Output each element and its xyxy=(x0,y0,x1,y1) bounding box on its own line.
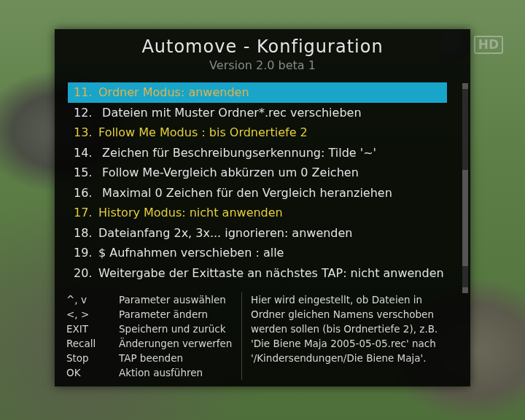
help-description: Hier wird eingestellt, ob Dateien in Ord… xyxy=(246,290,463,382)
scroll-down-icon[interactable] xyxy=(462,287,468,293)
help-footer: ^, v<, >EXITRecallStopOK Parameter auswä… xyxy=(62,290,463,382)
help-action: Parameter ändern xyxy=(119,307,233,322)
help-key: Recall xyxy=(66,336,110,351)
footer-divider xyxy=(241,292,242,380)
help-key: OK xyxy=(66,365,110,380)
item-label: History Modus: nicht anwenden xyxy=(98,206,283,219)
item-number: 16. xyxy=(74,183,98,203)
config-list[interactable]: 11.Ordner Modus: anwenden12. Dateien mit… xyxy=(68,82,447,283)
help-key: EXIT xyxy=(66,322,110,336)
item-label: Weitergabe der Exittaste an nächstes TAP… xyxy=(98,266,444,280)
item-label: Dateien mit Muster Ordner*.rec verschieb… xyxy=(98,106,362,120)
help-key: Stop xyxy=(66,351,110,365)
config-panel: Automove - Konfiguration Version 2.0 bet… xyxy=(55,29,470,386)
list-item[interactable]: 12. Dateien mit Muster Ordner*.rec versc… xyxy=(68,103,447,123)
scroll-up-icon[interactable] xyxy=(462,83,468,89)
panel-subtitle: Version 2.0 beta 1 xyxy=(55,58,470,72)
help-action: Parameter auswählen xyxy=(119,292,233,307)
list-item[interactable]: 11.Ordner Modus: anwenden xyxy=(68,82,447,103)
item-label: Ordner Modus: anwenden xyxy=(98,85,249,99)
list-item[interactable]: 19.$ Aufnahmen verschieben : alle xyxy=(68,243,447,263)
help-key: ^, v xyxy=(66,292,110,307)
item-number: 15. xyxy=(74,163,98,183)
list-item[interactable]: 18.Dateianfang 2x, 3x... ignorieren: anw… xyxy=(68,223,447,244)
help-action: TAP beenden xyxy=(119,351,233,365)
item-number: 19. xyxy=(74,243,98,263)
list-item[interactable]: 13.Follow Me Modus : bis Ordnertiefe 2 xyxy=(68,122,447,143)
hd-icon: HD xyxy=(474,36,503,54)
item-label: Zeichen für Beschreibungserkennung: Tild… xyxy=(98,146,376,160)
item-number: 20. xyxy=(74,263,98,284)
item-number: 12. xyxy=(74,103,98,123)
scroll-thumb[interactable] xyxy=(462,170,468,266)
help-action: Speichern und zurück xyxy=(119,322,233,336)
help-action: Änderungen verwerfen xyxy=(119,336,233,351)
panel-title: Automove - Konfiguration xyxy=(55,36,470,57)
list-item[interactable]: 17.History Modus: nicht anwenden xyxy=(68,203,447,223)
scrollbar[interactable] xyxy=(462,83,468,287)
help-keys: ^, v<, >EXITRecallStopOK xyxy=(62,290,114,382)
item-number: 11. xyxy=(74,82,98,103)
item-label: Dateianfang 2x, 3x... ignorieren: anwend… xyxy=(98,226,353,240)
item-number: 17. xyxy=(74,203,98,223)
help-action: Aktion ausführen xyxy=(119,365,233,380)
item-label: Maximal 0 Zeichen für den Vergleich hera… xyxy=(98,186,392,200)
list-item[interactable]: 20.Weitergabe der Exittaste an nächstes … xyxy=(68,263,447,284)
help-actions: Parameter auswählenParameter ändernSpeic… xyxy=(114,290,237,382)
list-item[interactable]: 16. Maximal 0 Zeichen für den Vergleich … xyxy=(68,183,447,203)
list-item[interactable]: 15. Follow Me-Vergleich abkürzen um 0 Ze… xyxy=(68,163,447,183)
item-number: 18. xyxy=(74,223,98,244)
item-label: Follow Me-Vergleich abkürzen um 0 Zeiche… xyxy=(98,166,359,179)
item-number: 13. xyxy=(74,122,98,143)
item-label: Follow Me Modus : bis Ordnertiefe 2 xyxy=(98,125,308,139)
item-label: $ Aufnahmen verschieben : alle xyxy=(98,246,284,260)
help-key: <, > xyxy=(66,307,110,322)
item-number: 14. xyxy=(74,143,98,163)
list-item[interactable]: 14. Zeichen für Beschreibungserkennung: … xyxy=(68,143,447,163)
